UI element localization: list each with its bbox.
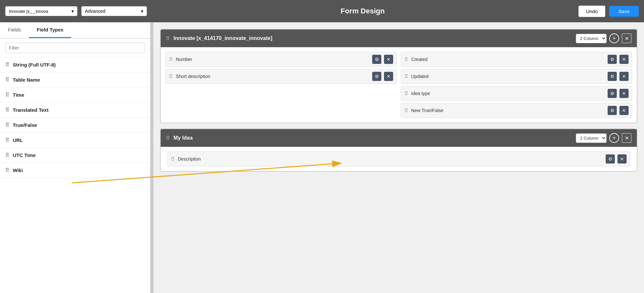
field-remove-button[interactable]: ✕ bbox=[619, 55, 629, 64]
field-gear-button[interactable]: ⚙ bbox=[372, 55, 381, 64]
sidebar-tabs: Fields Field Types bbox=[0, 22, 150, 39]
drag-handle-icon: ⠿ bbox=[5, 137, 10, 143]
field-gear-button[interactable]: ⚙ bbox=[606, 154, 615, 164]
sidebar-list: ⠿String (Full UTF-8)⠿Table Name⠿Time⠿Tra… bbox=[0, 57, 150, 293]
sidebar-divider[interactable] bbox=[151, 22, 153, 293]
sidebar-item[interactable]: ⠿String (Full UTF-8) bbox=[0, 57, 150, 72]
column-select[interactable]: 1 Column2 Column3 Column bbox=[576, 133, 607, 143]
drag-handle-icon: ⠿ bbox=[5, 152, 10, 158]
field-label: Created bbox=[411, 57, 605, 62]
mode-selector[interactable]: Advanced ▾ bbox=[81, 6, 147, 16]
sidebar-item[interactable]: ⠿True/False bbox=[0, 118, 150, 133]
field-gear-button[interactable]: ⚙ bbox=[608, 106, 617, 115]
form-section-innovate: ⠿ Innovate [x_414170_innovate_innovate] … bbox=[160, 29, 637, 123]
section-drag-handle: ⠿ bbox=[166, 135, 170, 141]
drag-handle-icon: ⠿ bbox=[5, 167, 10, 173]
add-field-button[interactable]: + bbox=[609, 133, 619, 143]
sidebar-item-label: URL bbox=[13, 137, 23, 143]
sidebar-item-label: UTC Time bbox=[13, 152, 36, 158]
field-drag-handle: ⠿ bbox=[404, 90, 409, 97]
drag-handle-icon: ⠿ bbox=[5, 107, 10, 113]
save-button[interactable]: Save bbox=[609, 6, 639, 17]
field-row: ⠿ New True/False ⚙ ✕ bbox=[401, 103, 632, 118]
section-header: ⠿ Innovate [x_414170_innovate_innovate] … bbox=[161, 29, 637, 47]
add-field-button[interactable]: + bbox=[609, 33, 619, 43]
field-remove-button[interactable]: ✕ bbox=[619, 106, 629, 115]
field-remove-button[interactable]: ✕ bbox=[619, 72, 629, 81]
field-drag-handle: ⠿ bbox=[404, 56, 409, 63]
field-row: ⠿ Number ⚙ ✕ bbox=[165, 52, 397, 67]
field-row: ⠿ Description ⚙ ✕ bbox=[167, 151, 630, 166]
mode-selector-value: Advanced bbox=[85, 9, 105, 14]
sidebar: Fields Field Types ⠿String (Full UTF-8)⠿… bbox=[0, 22, 151, 293]
topbar: Innovate [x_ _innova ▾ Advanced ▾ Form D… bbox=[0, 0, 644, 22]
field-drag-handle: ⠿ bbox=[171, 156, 175, 162]
field-remove-button[interactable]: ✕ bbox=[619, 89, 629, 98]
drag-handle-icon: ⠿ bbox=[5, 122, 10, 128]
column-select[interactable]: 1 Column2 Column3 Column bbox=[576, 34, 607, 43]
field-drag-handle: ⠿ bbox=[169, 73, 173, 80]
sidebar-item-label: Translated Text bbox=[13, 107, 49, 113]
undo-button[interactable]: Undo bbox=[578, 6, 605, 17]
sidebar-item[interactable]: ⠿URL bbox=[0, 133, 150, 148]
sidebar-item[interactable]: ⠿Translated Text bbox=[0, 103, 150, 118]
section-columns: ⠿ Number ⚙ ✕ ⠿ Short description ⚙ ✕ ⠿ C… bbox=[161, 47, 637, 123]
field-label: New True/False bbox=[411, 108, 605, 113]
section-header: ⠿ My Idea 1 Column2 Column3 Column + ✕ bbox=[161, 129, 637, 147]
content-area: ⠿ Innovate [x_414170_innovate_innovate] … bbox=[153, 22, 644, 293]
drag-handle-icon: ⠿ bbox=[5, 62, 10, 68]
form-section-myidea: ⠿ My Idea 1 Column2 Column3 Column + ✕ ⠿… bbox=[160, 128, 637, 172]
section-controls: 1 Column2 Column3 Column + ✕ bbox=[576, 33, 632, 43]
remove-section-button[interactable]: ✕ bbox=[622, 33, 632, 43]
field-label: Number bbox=[176, 57, 370, 62]
sidebar-item-label: Time bbox=[13, 92, 24, 98]
tab-field-types[interactable]: Field Types bbox=[29, 22, 71, 38]
drag-handle-icon: ⠿ bbox=[5, 77, 10, 83]
field-gear-button[interactable]: ⚙ bbox=[608, 72, 617, 81]
section-col-left: ⠿ Number ⚙ ✕ ⠿ Short description ⚙ ✕ bbox=[163, 50, 399, 120]
field-row: ⠿ Created ⚙ ✕ bbox=[401, 52, 632, 67]
sidebar-item-label: String (Full UTF-8) bbox=[13, 62, 56, 68]
table-selector-value: Innovate [x_ _innova bbox=[9, 9, 48, 14]
sidebar-item[interactable]: ⠿Table Name bbox=[0, 72, 150, 88]
page-title: Form Design bbox=[151, 7, 574, 15]
sidebar-item-label: Table Name bbox=[13, 77, 40, 83]
sidebar-item[interactable]: ⠿Time bbox=[0, 88, 150, 103]
section-drag-handle: ⠿ bbox=[166, 35, 170, 42]
field-gear-button[interactable]: ⚙ bbox=[608, 89, 617, 98]
sidebar-filter-container bbox=[0, 39, 150, 57]
field-remove-button[interactable]: ✕ bbox=[617, 154, 627, 164]
field-label: Idea type bbox=[411, 91, 605, 96]
sidebar-item-label: True/False bbox=[13, 122, 37, 128]
field-gear-button[interactable]: ⚙ bbox=[608, 55, 617, 64]
field-gear-button[interactable]: ⚙ bbox=[372, 72, 381, 81]
field-label: Updated bbox=[411, 74, 605, 79]
field-label: Short description bbox=[176, 74, 370, 79]
main-layout: Fields Field Types ⠿String (Full UTF-8)⠿… bbox=[0, 22, 644, 293]
field-remove-button[interactable]: ✕ bbox=[384, 72, 393, 81]
field-row: ⠿ Short description ⚙ ✕ bbox=[165, 69, 397, 84]
tab-fields[interactable]: Fields bbox=[0, 22, 29, 38]
drag-handle-icon: ⠿ bbox=[5, 92, 10, 98]
remove-section-button[interactable]: ✕ bbox=[622, 133, 632, 143]
filter-input[interactable] bbox=[5, 43, 145, 53]
field-remove-button[interactable]: ✕ bbox=[384, 55, 393, 64]
section-col-right: ⠿ Created ⚙ ✕ ⠿ Updated ⚙ ✕ ⠿ Idea type … bbox=[399, 50, 634, 120]
section-columns: ⠿ Description ⚙ ✕ bbox=[161, 147, 637, 171]
sidebar-item[interactable]: ⠿UTC Time bbox=[0, 148, 150, 163]
table-selector[interactable]: Innovate [x_ _innova ▾ bbox=[5, 6, 77, 16]
field-row: ⠿ Updated ⚙ ✕ bbox=[401, 69, 632, 84]
field-drag-handle: ⠿ bbox=[404, 107, 409, 114]
mode-selector-chevron: ▾ bbox=[141, 9, 143, 14]
section-controls: 1 Column2 Column3 Column + ✕ bbox=[576, 133, 632, 143]
section-title: My Idea bbox=[173, 135, 573, 141]
field-row: ⠿ Idea type ⚙ ✕ bbox=[401, 86, 632, 101]
sidebar-item-label: Wiki bbox=[13, 167, 23, 173]
section-title: Innovate [x_414170_innovate_innovate] bbox=[173, 35, 573, 41]
field-drag-handle: ⠿ bbox=[169, 56, 173, 63]
sidebar-item[interactable]: ⠿Wiki bbox=[0, 163, 150, 178]
table-selector-chevron: ▾ bbox=[71, 9, 74, 14]
field-drag-handle: ⠿ bbox=[404, 73, 409, 80]
field-label: Description bbox=[178, 156, 603, 162]
